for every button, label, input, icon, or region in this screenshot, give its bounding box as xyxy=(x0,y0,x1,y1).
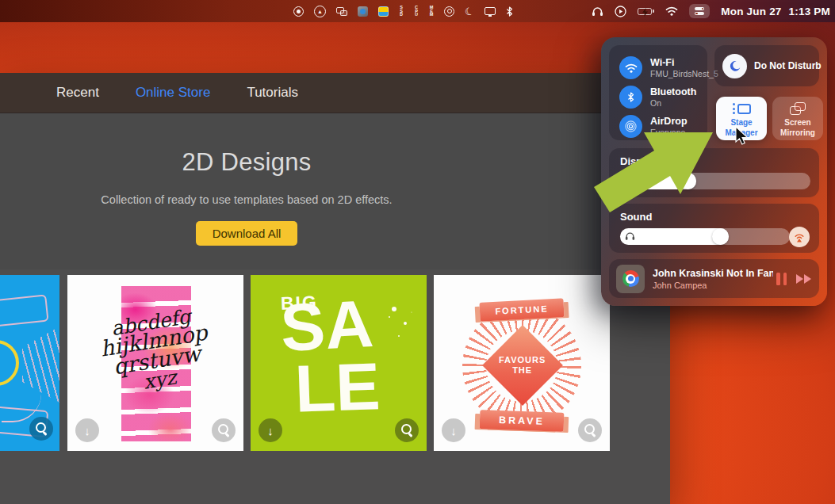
wifi-row[interactable]: Wi-Fi FMU_BirdsNest_5 xyxy=(619,56,718,79)
bluetooth-toggle[interactable] xyxy=(619,86,642,109)
zoom-preview-button[interactable] xyxy=(29,417,53,441)
wifi-icon[interactable] xyxy=(665,0,678,22)
screen: ▲ SSD CPU MEM ☾ xyxy=(0,0,835,504)
moon-icon xyxy=(728,59,741,73)
pause-button[interactable] xyxy=(776,273,787,285)
zoom-preview-button[interactable] xyxy=(578,418,602,442)
template-tile-fortune[interactable]: FORTUNE FAVOURS THE BRAVE ↓ xyxy=(434,275,610,451)
download-icon: ↓ xyxy=(267,424,274,437)
ssd-stat-icon[interactable]: SSD xyxy=(399,0,404,22)
screen-mirroring-label: Screen Mirroring xyxy=(772,118,823,138)
fast-forward-button[interactable] xyxy=(796,274,811,284)
zoom-preview-button[interactable] xyxy=(395,418,419,442)
download-button[interactable]: ↓ xyxy=(442,418,465,442)
clock-time: 1:13 PM xyxy=(789,6,830,17)
target-icon[interactable] xyxy=(444,0,454,22)
play-circle-icon[interactable] xyxy=(615,0,626,22)
display-card: Display ☀ xyxy=(609,148,819,197)
download-button[interactable]: ↓ xyxy=(75,418,99,442)
screen-mirroring-icon xyxy=(790,102,806,115)
clock-date: Mon Jun 27 xyxy=(721,6,781,17)
display-brightness-slider[interactable]: ☀ xyxy=(620,173,810,189)
headphones-icon[interactable] xyxy=(592,0,603,22)
wifi-label: Wi-Fi xyxy=(650,57,718,68)
now-playing-title: John Krasinski Not In Fanta… xyxy=(653,268,773,279)
splatter-art xyxy=(392,307,396,311)
bluetooth-label: Bluetooth xyxy=(650,86,696,97)
app-window: Recent Online Store Tutorials 2D Designs… xyxy=(0,73,670,504)
airdrop-status: Everyone xyxy=(650,128,688,137)
moon-icon[interactable]: ☾ xyxy=(462,0,477,23)
airplay-audio-button[interactable] xyxy=(789,227,810,247)
do-not-disturb-toggle[interactable] xyxy=(722,54,747,78)
bluetooth-row[interactable]: Bluetooth On xyxy=(619,86,696,109)
do-not-disturb-label: Do Not Disturb xyxy=(754,60,822,71)
now-playing-card[interactable]: John Krasinski Not In Fanta… John Campea xyxy=(609,259,819,298)
template-tile-blue-badge[interactable] xyxy=(0,275,59,451)
airdrop-icon xyxy=(625,120,637,132)
wifi-icon xyxy=(625,63,638,73)
bluetooth-icon xyxy=(627,92,634,102)
magnifier-icon xyxy=(29,417,53,441)
fortune-banner-bottom: BRAVE xyxy=(480,410,565,432)
zoom-preview-button[interactable] xyxy=(212,418,236,442)
download-icon: ↓ xyxy=(84,424,90,437)
do-not-disturb-card[interactable]: Do Not Disturb xyxy=(714,45,819,86)
display-icon[interactable] xyxy=(485,0,496,22)
yellow-ring-art xyxy=(0,340,19,386)
magnifier-icon xyxy=(578,418,602,442)
display-label: Display xyxy=(620,155,657,167)
airdrop-label: AirDrop xyxy=(650,116,688,127)
connectivity-card: Wi-Fi FMU_BirdsNest_5 Bluetooth On Air xyxy=(609,45,707,140)
page-title: 2D Designs xyxy=(0,148,493,177)
template-grid: abcdefg hijklmnop qrstuvw xyz ↓ BIG SA L… xyxy=(0,269,670,504)
sound-label: Sound xyxy=(620,211,652,223)
menu-bar-status-icons-left: ▲ SSD CPU MEM ☾ xyxy=(293,0,513,22)
stage-manager-tile[interactable]: Stage Manager xyxy=(716,97,767,140)
now-playing-artist: John Campea xyxy=(653,281,773,290)
sound-volume-slider[interactable] xyxy=(620,228,790,245)
menu-bar-status-icons-right: Mon Jun 27 1:13 PM xyxy=(592,0,830,22)
tab-recent[interactable]: Recent xyxy=(56,85,99,101)
stage-manager-icon xyxy=(733,102,751,115)
tab-online-store[interactable]: Online Store xyxy=(136,85,211,101)
airplay-icon xyxy=(794,232,805,242)
calligraphy-text: abcdefg hijklmnop qrstuvw xyz xyxy=(67,300,243,401)
big-sale-word3: LE xyxy=(294,353,381,422)
menu-bar-clock[interactable]: Mon Jun 27 1:13 PM xyxy=(721,6,830,17)
pip-windows-icon[interactable] xyxy=(336,0,347,22)
cpu-stat-icon[interactable]: CPU xyxy=(414,0,419,22)
wifi-network-name: FMU_BirdsNest_5 xyxy=(650,69,718,78)
tab-tutorials[interactable]: Tutorials xyxy=(247,85,298,101)
record-icon[interactable] xyxy=(293,0,304,22)
bluetooth-icon[interactable] xyxy=(506,0,513,22)
stage-manager-label: Stage Manager xyxy=(716,118,767,138)
screen-mirroring-tile[interactable]: Screen Mirroring xyxy=(772,97,823,140)
headphones-icon xyxy=(625,230,635,244)
mem-stat-icon[interactable]: MEM xyxy=(429,0,434,22)
magnifier-icon xyxy=(395,418,419,442)
airdrop-toggle[interactable] xyxy=(619,115,642,138)
wifi-toggle[interactable] xyxy=(619,56,642,79)
magnifier-icon xyxy=(212,418,236,442)
control-center-icon[interactable] xyxy=(689,0,710,22)
sound-card: Sound xyxy=(609,204,819,253)
download-all-button[interactable]: Download All xyxy=(196,221,298,246)
brightness-icon: ☀ xyxy=(625,176,633,186)
bluetooth-status: On xyxy=(650,98,696,108)
banner-art xyxy=(0,294,49,326)
camera-app-icon[interactable] xyxy=(358,0,368,22)
chrome-app-thumbnail xyxy=(616,265,645,293)
download-button[interactable]: ↓ xyxy=(259,418,282,442)
page-subtitle: Collection of ready to use templates bas… xyxy=(0,193,493,206)
hero-section: 2D Designs Collection of ready to use te… xyxy=(0,113,670,269)
menu-bar: ▲ SSD CPU MEM ☾ xyxy=(0,0,835,22)
airdrop-row[interactable]: AirDrop Everyone xyxy=(619,115,688,138)
template-tile-calligraphy[interactable]: abcdefg hijklmnop qrstuvw xyz ↓ xyxy=(67,275,243,451)
template-tile-big-sale[interactable]: BIG SA LE ↓ xyxy=(251,275,427,451)
download-icon: ↓ xyxy=(450,424,457,437)
battery-charging-icon[interactable] xyxy=(638,0,654,22)
tab-bar: Recent Online Store Tutorials xyxy=(0,73,670,113)
display-app-icon[interactable] xyxy=(378,0,389,22)
eject-triangle-icon[interactable]: ▲ xyxy=(314,0,326,22)
